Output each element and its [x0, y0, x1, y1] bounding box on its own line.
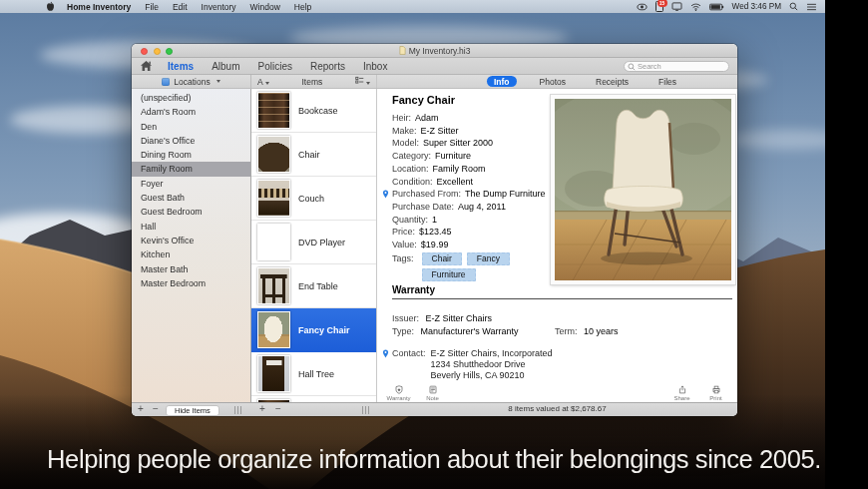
menu-item-help[interactable]: Help: [287, 2, 318, 12]
tab-items[interactable]: Items: [159, 61, 203, 72]
zoom-button[interactable]: [166, 48, 173, 55]
tab-reports[interactable]: Reports: [301, 61, 354, 72]
sidebar-item-adam-s-room[interactable]: Adam's Room: [132, 105, 250, 119]
view-options-button[interactable]: [355, 76, 370, 87]
sidebar-item-unspecified[interactable]: (unspecified): [132, 91, 250, 105]
sidebar-item-diane-s-office[interactable]: Diane's Office: [132, 134, 250, 148]
item-thumbnail: [257, 224, 290, 260]
sort-button[interactable]: A: [257, 77, 269, 87]
list-item-chair[interactable]: Chair: [251, 133, 376, 177]
minimize-button[interactable]: [154, 48, 161, 55]
detail-tab-info[interactable]: Info: [487, 76, 517, 87]
notification-center-icon[interactable]: [806, 3, 817, 11]
warranty-term: Term: 10 years: [555, 325, 619, 338]
list-item-couch[interactable]: Couch: [251, 177, 376, 221]
locations-header[interactable]: Locations: [132, 75, 251, 88]
field-value: The Dump Furniture: [465, 189, 546, 199]
list-item-hall-tree[interactable]: Hall Tree: [251, 352, 376, 396]
items-header: A Items: [251, 75, 377, 88]
warranty-section: Warranty Issuer: E-Z Sitter Chairs Type:…: [392, 284, 732, 381]
add-item-button[interactable]: +: [256, 403, 268, 415]
item-photo[interactable]: [551, 95, 735, 284]
tag-chip-chair[interactable]: Chair: [422, 252, 462, 265]
search-input[interactable]: [624, 61, 729, 72]
item-label: DVD Player: [298, 238, 345, 247]
field-label: Heir:: [392, 113, 411, 123]
marketing-caption: Helping people organize information abou…: [0, 445, 868, 474]
print-icon: [711, 385, 721, 394]
column-resize-handle[interactable]: [234, 406, 241, 414]
field-value: Excellent: [437, 177, 474, 187]
field-label: Make:: [392, 126, 417, 136]
tab-policies[interactable]: Policies: [248, 61, 300, 72]
sidebar-item-kevin-s-office[interactable]: Kevin's Office: [132, 234, 250, 247]
sidebar-item-master-bath[interactable]: Master Bath: [132, 262, 250, 276]
sidebar-item-foyer[interactable]: Foyer: [132, 177, 250, 191]
sidebar-item-guest-bedroom[interactable]: Guest Bedroom: [132, 205, 250, 219]
action-label: Warranty: [386, 395, 410, 401]
menu-item-window[interactable]: Window: [243, 2, 287, 12]
add-location-button[interactable]: +: [135, 403, 147, 415]
sidebar-item-dining-room[interactable]: Dining Room: [132, 148, 250, 162]
tag-chip-furniture[interactable]: Furniture: [422, 268, 476, 281]
detail-field-condition: Condition:Excellent: [392, 176, 560, 189]
eye-icon[interactable]: [637, 3, 648, 11]
tag-chip-fancy[interactable]: Fancy: [467, 252, 510, 265]
sidebar-item-master-bedroom[interactable]: Master Bedroom: [132, 276, 250, 290]
sidebar-item-kitchen[interactable]: Kitchen: [132, 247, 250, 261]
column-resize-handle[interactable]: [362, 406, 369, 414]
menu-item-edit[interactable]: Edit: [166, 2, 195, 12]
item-label: Couch: [298, 194, 324, 204]
tab-album[interactable]: Album: [203, 61, 248, 72]
caret-down-icon: [366, 82, 370, 85]
warranty-icon: [394, 385, 404, 394]
location-pin-icon[interactable]: [382, 190, 389, 199]
list-item-fancy-chair[interactable]: Fancy Chair: [251, 308, 376, 352]
tab-inbox[interactable]: Inbox: [354, 61, 396, 72]
close-button[interactable]: [141, 48, 148, 55]
note-button[interactable]: Note: [419, 385, 446, 401]
action-buttons-right: SharePrint: [668, 385, 729, 401]
detail-field-quantity: Quantity:1: [392, 214, 560, 227]
item-thumbnail: [257, 92, 290, 129]
remove-item-button[interactable]: −: [272, 403, 284, 415]
warranty-type-row: Type: Manufacturer's Warranty Term: 10 y…: [392, 325, 732, 338]
sidebar-item-den[interactable]: Den: [132, 120, 250, 134]
wifi-icon[interactable]: [690, 3, 701, 11]
menu-item-file[interactable]: File: [138, 2, 166, 12]
remove-location-button[interactable]: −: [150, 403, 162, 415]
items-list: BookcaseChairCouchDVD PlayerEnd TableFan…: [251, 89, 377, 402]
phone-icon[interactable]: 15: [655, 1, 663, 12]
note-icon: [428, 385, 438, 394]
menu-item-home-inventory[interactable]: Home Inventory: [60, 2, 138, 12]
window-content: (unspecified)Adam's RoomDenDiane's Offic…: [132, 89, 737, 402]
list-item-end-table[interactable]: End Table: [251, 264, 376, 308]
list-item-bookcase[interactable]: Bookcase: [251, 89, 376, 133]
action-label: Share: [673, 395, 689, 401]
menu-clock[interactable]: Wed 3:46 PM: [732, 2, 781, 11]
document-icon: [399, 46, 406, 55]
title-bar[interactable]: My Inventory.hi3: [132, 44, 737, 58]
display-icon[interactable]: [671, 2, 682, 11]
location-pin-icon[interactable]: [382, 349, 389, 358]
detail-tab-files[interactable]: Files: [651, 76, 683, 87]
menu-item-inventory[interactable]: Inventory: [195, 2, 243, 12]
field-label: Location:: [392, 164, 429, 174]
detail-field-make: Make:E-Z Sitter: [392, 125, 560, 138]
detail-tab-photos[interactable]: Photos: [533, 76, 573, 87]
home-button[interactable]: [140, 60, 153, 72]
promo-canvas: Home InventoryFileEditInventoryWindowHel…: [0, 0, 868, 489]
spotlight-search-icon[interactable]: [789, 2, 798, 11]
detail-tab-receipts[interactable]: Receipts: [589, 76, 636, 87]
hide-items-button[interactable]: Hide Items: [166, 405, 219, 417]
share-button[interactable]: Share: [668, 385, 695, 401]
print-button[interactable]: Print: [702, 385, 729, 401]
battery-icon[interactable]: [709, 3, 724, 11]
warranty-button[interactable]: Warranty: [385, 385, 412, 401]
sidebar-item-family-room[interactable]: Family Room: [132, 162, 250, 176]
action-buttons-left: WarrantyNote: [385, 385, 446, 401]
list-item-dvd-player[interactable]: DVD Player: [251, 221, 376, 264]
sidebar-item-guest-bath[interactable]: Guest Bath: [132, 191, 250, 205]
apple-menu[interactable]: [6, 1, 60, 12]
sidebar-item-hall[interactable]: Hall: [132, 220, 250, 234]
